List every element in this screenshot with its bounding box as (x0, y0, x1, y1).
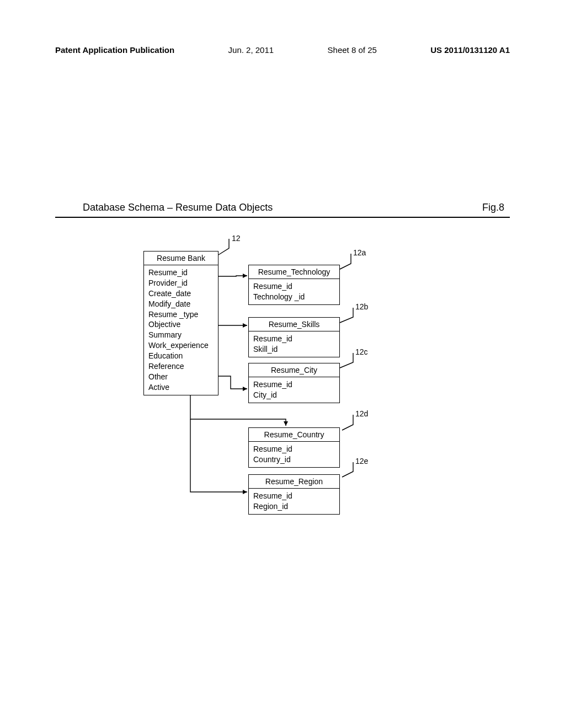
entity-resume-bank: Resume Bank Resume_id Provider_id Create… (143, 251, 218, 395)
field: Resume_id (253, 379, 335, 390)
field: Region_id (253, 501, 335, 512)
diagram-title-row: Database Schema – Resume Data Objects Fi… (55, 202, 510, 218)
field: Provider_id (148, 278, 214, 288)
ref-label-12d: 12d (355, 409, 368, 418)
field: Active (148, 382, 214, 393)
entity-resume-skills-title: Resume_Skills (249, 318, 339, 331)
diagram-canvas: Resume Bank Resume_id Provider_id Create… (55, 232, 510, 540)
entity-resume-city-title: Resume_City (249, 363, 339, 377)
entity-resume-country-title: Resume_Country (249, 428, 339, 442)
ref-label-12a: 12a (353, 248, 366, 257)
entity-resume-city-fields: Resume_id City_id (249, 377, 339, 403)
entity-resume-skills-fields: Resume_id Skill_id (249, 331, 339, 357)
ref-label-12e: 12e (355, 457, 368, 465)
field: Technology _id (253, 292, 335, 302)
field: Resume_id (253, 281, 335, 292)
header-patent-number: US 2011/0131120 A1 (430, 45, 510, 55)
header-date: Jun. 2, 2011 (228, 45, 274, 55)
field: Education (148, 351, 214, 361)
field: Resume_id (253, 444, 335, 454)
figure-number: Fig.8 (482, 202, 510, 213)
entity-resume-region-title: Resume_Region (249, 475, 339, 489)
entity-resume-bank-fields: Resume_id Provider_id Create_date Modify… (144, 265, 218, 395)
entity-resume-country-fields: Resume_id Country_id (249, 442, 339, 467)
field: Summary (148, 330, 214, 340)
entity-resume-bank-title: Resume Bank (144, 251, 218, 265)
field: Work_experience (148, 340, 214, 351)
entity-resume-technology-title: Resume_Technology (249, 265, 339, 279)
field: Country_id (253, 454, 335, 465)
field: Resume _type (148, 309, 214, 320)
entity-resume-city: Resume_City Resume_id City_id (248, 363, 340, 403)
field: Modify_date (148, 299, 214, 309)
field: Objective (148, 319, 214, 330)
entity-resume-country: Resume_Country Resume_id Country_id (248, 427, 340, 468)
field: Other (148, 372, 214, 382)
ref-label-12b: 12b (355, 302, 368, 311)
ref-label-12: 12 (232, 234, 241, 243)
ref-label-12c: 12c (355, 347, 368, 356)
entity-resume-technology-fields: Resume_id Technology _id (249, 279, 339, 304)
page-header: Patent Application Publication Jun. 2, 2… (55, 45, 510, 55)
field: Resume_id (253, 334, 335, 344)
entity-resume-region: Resume_Region Resume_id Region_id (248, 474, 340, 515)
entity-resume-technology: Resume_Technology Resume_id Technology _… (248, 265, 340, 305)
entity-resume-skills: Resume_Skills Resume_id Skill_id (248, 317, 340, 357)
field: Resume_id (148, 267, 214, 278)
header-publication: Patent Application Publication (55, 45, 174, 55)
entity-resume-region-fields: Resume_id Region_id (249, 489, 339, 514)
field: City_id (253, 390, 335, 400)
diagram-title: Database Schema – Resume Data Objects (55, 202, 273, 213)
header-sheet: Sheet 8 of 25 (328, 45, 377, 55)
field: Create_date (148, 288, 214, 299)
field: Resume_id (253, 491, 335, 501)
field: Reference (148, 361, 214, 372)
field: Skill_id (253, 344, 335, 355)
